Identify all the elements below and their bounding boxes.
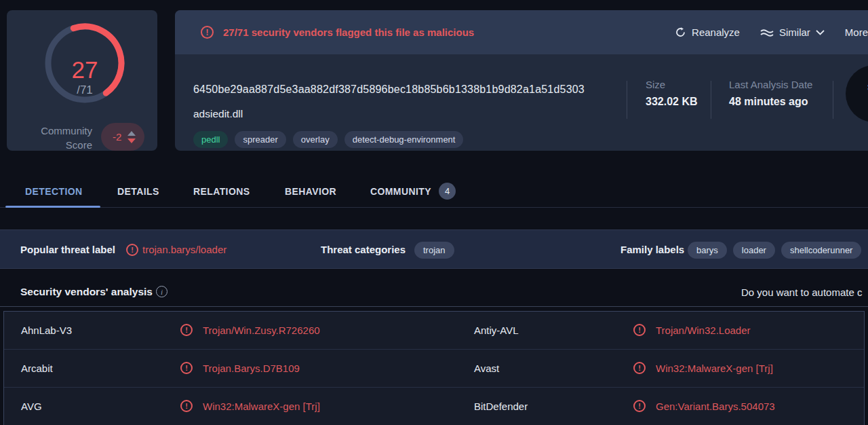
alert-circle-icon: ! [180,324,193,336]
security-vendors-analysis-title: Security vendors' analysis [20,286,153,298]
alert-circle-icon: ! [126,244,138,256]
file-header-card: ! 27/71 security vendors flagged this fi… [175,10,868,151]
alert-circle-icon: ! [180,400,193,412]
tag-detect-debug-environment[interactable]: detect-debug-environment [344,131,464,148]
vote-down-icon[interactable] [127,138,136,143]
vendor-name: Arcabit [21,363,53,374]
vendor-name: Antiy-AVL [474,325,519,336]
threat-categories-label: Threat categories [321,244,406,255]
alert-circle-icon: ! [633,324,646,336]
vendor-name: Avast [474,363,499,374]
score-card: 27 /71 Community Score -2 [7,10,157,151]
family-labels-label: Family labels [620,244,684,255]
tab-details[interactable]: DETAILS [117,186,159,197]
reanalyze-button[interactable]: Reanalyze [675,26,740,38]
popular-threat-band: Popular threat label ! trojan.barys/load… [0,229,868,269]
vendor-result: ! Trojan/Win.Zusy.R726260 [180,324,320,336]
file-type-badge: ⚙ D [846,65,868,122]
popular-threat-label: Popular threat label [20,244,115,255]
community-score-control[interactable]: -2 [101,123,144,151]
file-name: adsiedit.dll [193,108,243,120]
vendor-name: BitDefender [474,401,528,412]
vendor-result: ! Win32:MalwareX-gen [Trj] [180,400,320,412]
community-score-label: Community Score [24,124,92,152]
vendor-result: ! Gen:Variant.Barys.504073 [633,400,775,412]
similar-waves-icon [760,28,774,37]
tab-community[interactable]: COMMUNITY [370,186,431,197]
community-count-badge: 4 [439,183,456,200]
file-hash[interactable]: 6450be29aa887d5e3aa882df387d5896bec18b85… [193,84,585,96]
vendor-results-table: AhnLab-V3 ! Trojan/Win.Zusy.R726260 Anti… [3,311,865,425]
family-loader[interactable]: loader [733,242,775,259]
vendor-name: AhnLab-V3 [21,325,72,336]
refresh-icon [675,26,686,38]
tag-pedll[interactable]: pedll [193,131,228,148]
vote-up-icon[interactable] [127,131,136,136]
vendor-result: ! Trojan.Barys.D7B109 [180,362,300,374]
similar-button[interactable]: Similar [760,26,825,38]
automate-prompt: Do you want to automate c [741,287,862,298]
tag-spreader[interactable]: spreader [235,131,285,148]
popular-threat-value[interactable]: trojan.barys/loader [142,244,226,255]
family-labels: barys loader shellcoderunner [688,242,861,259]
alert-circle-icon: ! [201,26,214,39]
tabs-divider [0,207,868,208]
table-row: AVG ! Win32:MalwareX-gen [Trj] BitDefend… [4,388,864,425]
info-icon[interactable]: i [156,286,167,297]
tab-detection[interactable]: DETECTION [25,186,83,197]
meta-divider [711,81,711,119]
alert-circle-icon: ! [180,362,193,374]
vendor-result: ! Trojan/Win32.Loader [633,324,751,336]
family-barys[interactable]: barys [688,242,727,259]
meta-divider [627,81,627,119]
last-analysis-date: Last Analysis Date 48 minutes ago [729,79,812,108]
family-shellcoderunner[interactable]: shellcoderunner [781,242,862,259]
active-tab-underline [5,206,100,208]
alert-circle-icon: ! [633,362,646,374]
alert-circle-icon: ! [633,400,646,412]
more-button[interactable]: More [845,26,868,38]
file-tags: pedll spreader overlay detect-debug-envi… [193,131,463,148]
chevron-down-icon [816,30,825,35]
meta-divider [833,81,833,119]
detections-count: 27 [43,56,127,84]
file-size: Size 332.02 KB [646,79,698,108]
table-row: Arcabit ! Trojan.Barys.D7B109 Avast ! Wi… [4,350,864,388]
tag-overlay[interactable]: overlay [293,131,338,148]
malicious-banner: ! 27/71 security vendors flagged this fi… [175,10,868,54]
vendor-result: ! Win32:MalwareX-gen [Trj] [633,362,773,374]
tab-behavior[interactable]: BEHAVIOR [285,186,336,197]
banner-alert-text: 27/71 security vendors flagged this file… [223,26,474,38]
detections-total: /71 [43,84,127,97]
detection-gauge: 27 /71 [43,21,127,105]
community-score-value: -2 [113,131,121,143]
vendor-name: AVG [21,401,42,412]
table-row: AhnLab-V3 ! Trojan/Win.Zusy.R726260 Anti… [4,312,864,350]
category-trojan[interactable]: trojan [414,242,454,259]
tab-relations[interactable]: RELATIONS [193,186,250,197]
section-divider [0,306,868,307]
